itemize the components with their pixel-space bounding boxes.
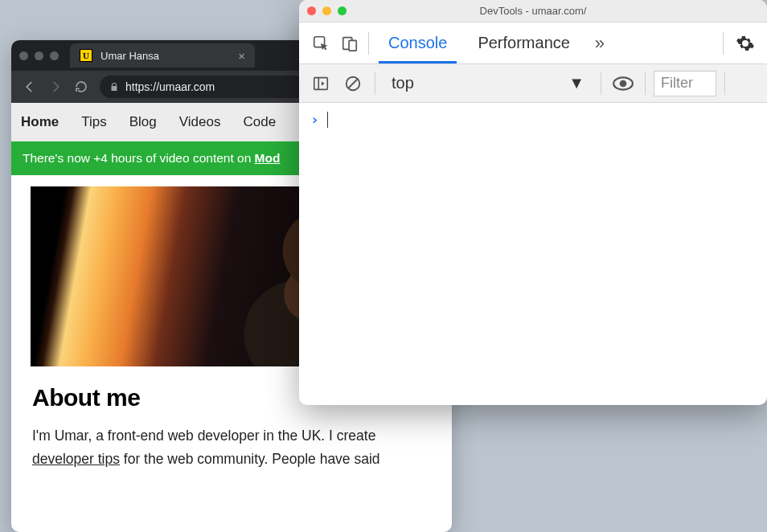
devtools-window: DevTools - umaar.com/ Console Performanc… [299,0,767,405]
nav-blog[interactable]: Blog [129,114,157,130]
filter-placeholder: Filter [661,75,693,92]
console-input-row[interactable]: › [299,103,767,136]
lock-icon [109,81,119,92]
filter-input[interactable]: Filter [654,71,716,96]
about-text-1: I'm Umar, a front-end web developer in t… [32,428,375,444]
close-tab-button[interactable]: × [238,50,245,62]
announcement-link[interactable]: Mod [255,151,281,165]
browser-tab[interactable]: U Umar Hansa × [70,43,255,68]
svg-point-6 [620,80,627,87]
tab-performance[interactable]: Performance [463,23,584,63]
context-selector-value: top [392,74,414,92]
address-url: https://umaar.com [125,80,215,93]
divider [724,72,725,95]
toggle-sidebar-button[interactable] [307,70,334,97]
nav-videos[interactable]: Videos [179,114,221,130]
text-cursor [327,112,328,128]
more-tabs-button[interactable]: » [586,30,613,57]
console-prompt-icon: › [310,111,319,128]
tab-console-label: Console [388,34,447,52]
tab-console[interactable]: Console [374,23,461,63]
forward-button[interactable] [48,80,63,94]
tab-title: Umar Hansa [100,50,159,62]
nav-code[interactable]: Code [243,114,276,130]
devtools-tab-bar: Console Performance » [299,23,767,64]
svg-rect-2 [349,40,356,51]
back-button[interactable] [23,80,37,94]
window-controls [19,51,59,60]
live-expression-button[interactable] [609,70,637,97]
settings-button[interactable] [732,30,759,57]
divider [375,72,375,95]
minimize-window-button[interactable] [35,51,43,60]
nav-home[interactable]: Home [21,114,59,130]
announcement-text: There's now +4 hours of video content on [23,151,255,165]
developer-tips-link[interactable]: developer tips [32,451,120,467]
context-selector[interactable]: top ▼ [384,70,593,97]
chevron-down-icon: ▼ [568,74,584,92]
maximize-window-button[interactable] [50,51,59,60]
reload-button[interactable] [74,80,88,94]
device-toggle-button[interactable] [336,30,363,57]
svg-rect-3 [314,77,328,89]
devtools-title: DevTools - umaar.com/ [299,5,767,17]
nav-tips[interactable]: Tips [81,114,107,130]
devtools-titlebar: DevTools - umaar.com/ [299,0,767,23]
clear-console-button[interactable] [339,70,367,97]
divider [723,32,724,55]
divider [368,32,369,55]
tab-performance-label: Performance [478,34,570,52]
favicon-icon: U [80,49,92,62]
about-paragraph: I'm Umar, a front-end web developer in t… [32,424,431,471]
divider [645,72,646,95]
divider [601,72,601,95]
about-text-2: for the web community. People have said [120,451,380,467]
console-toolbar: top ▼ Filter [299,64,767,103]
close-window-button[interactable] [19,51,28,60]
inspect-element-button[interactable] [307,30,334,57]
